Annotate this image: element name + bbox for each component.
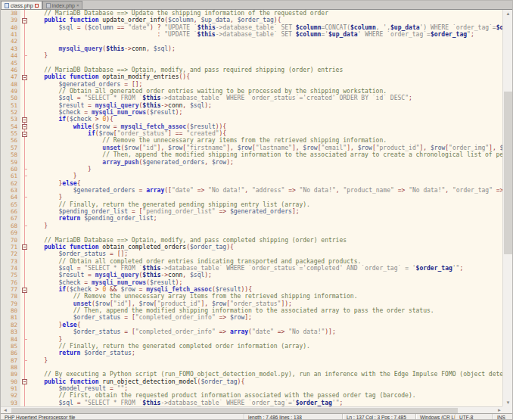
line-number[interactable]: 90 [1, 378, 20, 385]
fold-margin[interactable] [20, 10, 30, 17]
fold-toggle-icon[interactable] [22, 124, 27, 129]
line-number[interactable]: 56 [1, 137, 20, 144]
fold-margin[interactable] [20, 357, 30, 364]
code-line[interactable]: 39 public function update_order_info($co… [1, 17, 504, 23]
fold-margin[interactable] [20, 400, 30, 406]
code-line[interactable]: 80 // Then, append the modified shipping… [1, 307, 504, 314]
fold-toggle-icon[interactable] [22, 117, 27, 123]
fold-margin[interactable] [20, 222, 30, 229]
line-number[interactable]: 82 [1, 322, 20, 328]
fold-toggle-icon[interactable] [22, 288, 27, 293]
line-number[interactable]: 62 [1, 180, 20, 187]
fold-margin[interactable] [20, 343, 30, 350]
line-number[interactable]: 85 [1, 343, 20, 350]
line-number[interactable]: 75 [1, 272, 20, 278]
fold-margin[interactable] [20, 151, 30, 158]
code-line[interactable]: 89 // By executing a Python script (run_… [1, 371, 504, 378]
line-number[interactable]: 60 [1, 166, 20, 173]
code-line[interactable]: 78 // Remove the unnecessary array items… [1, 293, 504, 300]
line-number[interactable]: 45 [1, 60, 20, 67]
line-number[interactable]: 65 [1, 201, 20, 208]
code-line[interactable]: 84 } [1, 336, 504, 343]
fold-margin[interactable] [20, 102, 30, 109]
code-line[interactable]: 55 if($row["order_status"] == "created")… [1, 130, 504, 137]
code-line[interactable]: 68 } [1, 222, 504, 229]
code-line[interactable]: 87 } [1, 357, 504, 364]
code-line[interactable]: 71 public function obtain_completed_orde… [1, 244, 504, 250]
code-line[interactable]: 54 while($row = mysqli_fetch_assoc($resu… [1, 123, 504, 130]
line-number[interactable]: 83 [1, 328, 20, 335]
fold-margin[interactable] [20, 73, 30, 80]
fold-margin[interactable] [20, 88, 30, 95]
line-number[interactable]: 41 [1, 31, 20, 38]
line-number[interactable]: 69 [1, 229, 20, 236]
fold-margin[interactable] [20, 45, 30, 52]
fold-margin[interactable] [20, 194, 30, 201]
line-number[interactable]: 71 [1, 244, 20, 250]
fold-margin[interactable] [20, 130, 30, 137]
tab-class-php[interactable]: class.php [1, 1, 42, 9]
fold-margin[interactable] [20, 378, 30, 385]
code-line[interactable]: 46 // MariaDB Database ==> Optain, modif… [1, 67, 504, 73]
fold-margin[interactable] [20, 116, 30, 123]
fold-margin[interactable] [20, 250, 30, 257]
fold-margin[interactable] [20, 371, 30, 378]
code-line[interactable]: 92 // First, obtain the requested produc… [1, 392, 504, 399]
line-number[interactable]: 38 [1, 10, 20, 17]
code-line[interactable]: 74 $sql = "SELECT * FROM `$this->databas… [1, 265, 504, 272]
code-line[interactable]: 53 if($check > 0){ [1, 116, 504, 123]
code-line[interactable]: 77 if($check > 0 && $row = mysqli_fetch_… [1, 286, 504, 293]
line-number[interactable]: 92 [1, 392, 20, 399]
code-line[interactable]: 59 array_push($generated_orders, $row); [1, 159, 504, 166]
code-line[interactable]: 91 $model_result = ""; [1, 385, 504, 392]
fold-margin[interactable] [20, 60, 30, 67]
fold-margin[interactable] [20, 24, 30, 31]
line-number[interactable]: 87 [1, 357, 20, 364]
code-line[interactable]: 52 $check = mysqli_num_rows($result); [1, 109, 504, 116]
horizontal-scrollbar[interactable]: ◄ ► [1, 406, 504, 413]
fold-margin[interactable] [20, 286, 30, 293]
line-number[interactable]: 86 [1, 350, 20, 356]
fold-margin[interactable] [20, 279, 30, 286]
fold-margin[interactable] [20, 52, 30, 59]
fold-margin[interactable] [20, 258, 30, 265]
fold-margin[interactable] [20, 81, 30, 88]
line-number[interactable]: 48 [1, 81, 20, 88]
code-line[interactable]: 81 $order_status = ["completed_order_inf… [1, 314, 504, 321]
line-number[interactable]: 39 [1, 17, 20, 23]
code-line[interactable]: 44 } [1, 52, 504, 59]
line-number[interactable]: 76 [1, 279, 20, 286]
line-number[interactable]: 72 [1, 250, 20, 257]
code-editor[interactable]: 38 // MariaDB Database ==> Update the sh… [1, 10, 504, 406]
line-number[interactable]: 54 [1, 123, 20, 130]
fold-margin[interactable] [20, 385, 30, 392]
code-line[interactable]: 58 // Then, append the modified shipping… [1, 151, 504, 158]
line-number[interactable]: 63 [1, 187, 20, 194]
fold-margin[interactable] [20, 166, 30, 173]
code-line[interactable]: 63 $generated_orders = array(["date" => … [1, 187, 504, 194]
fold-margin[interactable] [20, 173, 30, 179]
code-line[interactable]: 41 : "UPDATE `$this->database_table` SET… [1, 31, 504, 38]
line-number[interactable]: 89 [1, 371, 20, 378]
fold-margin[interactable] [20, 392, 30, 399]
line-number[interactable]: 44 [1, 52, 20, 59]
horizontal-scrollbar-thumb[interactable] [11, 408, 458, 413]
code-line[interactable]: 47 public function optain_modify_entries… [1, 73, 504, 80]
code-line[interactable]: 72 $order_status = []; [1, 250, 504, 257]
line-number[interactable]: 57 [1, 145, 20, 151]
close-tab-icon[interactable] [35, 4, 39, 8]
code-line[interactable]: 40 $sql = ($column == "date") ? "UPDATE … [1, 24, 504, 31]
fold-margin[interactable] [20, 95, 30, 101]
vertical-scrollbar-thumb[interactable] [504, 92, 512, 254]
fold-margin[interactable] [20, 244, 30, 250]
line-number[interactable]: 59 [1, 159, 20, 166]
fold-margin[interactable] [20, 314, 30, 321]
code-line[interactable]: 86 return $order_status; [1, 350, 504, 356]
line-number[interactable]: 42 [1, 38, 20, 45]
fold-margin[interactable] [20, 364, 30, 371]
line-number[interactable]: 53 [1, 116, 20, 123]
line-number[interactable]: 52 [1, 109, 20, 116]
fold-toggle-icon[interactable] [22, 379, 27, 384]
fold-toggle-icon[interactable] [22, 18, 27, 23]
fold-margin[interactable] [20, 17, 30, 23]
